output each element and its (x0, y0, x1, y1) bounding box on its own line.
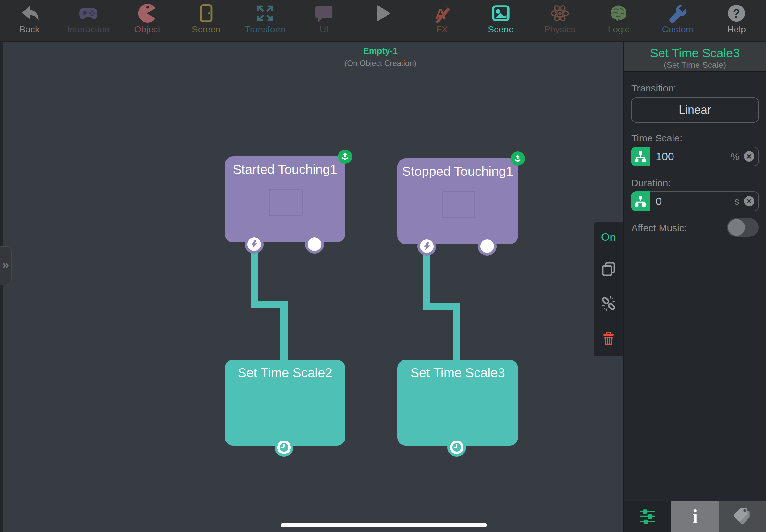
wire-segment (250, 244, 258, 308)
toolbar-label: Custom (662, 25, 693, 34)
node-set-time-scale2[interactable]: Set Time Scale2 (225, 360, 345, 446)
wire-segment (423, 246, 431, 310)
node-started-touching1[interactable]: Started Touching1 (225, 156, 345, 242)
left-edge-strip (0, 42, 3, 532)
transition-label: Transition: (631, 83, 676, 94)
toolbar-label: UI (319, 25, 328, 34)
event-caption: Empty-1 (On Object Creation) (283, 46, 478, 68)
toolbar-item-logic[interactable]: Logic (589, 0, 648, 41)
toolbar-label: Object (134, 25, 160, 34)
toolbar-label: Back (19, 25, 40, 34)
pacman-icon (137, 3, 157, 24)
toolbar-item-help[interactable]: ? Help (707, 0, 766, 41)
expand-arrows-icon (255, 3, 275, 24)
speech-bubble-icon (314, 3, 334, 24)
toolbar-label: Scene (488, 25, 514, 34)
tab-parameters[interactable] (624, 501, 671, 532)
selection-toolbar: On (594, 222, 623, 356)
node-ghost-slot (442, 191, 475, 218)
node-title: Started Touching1 (225, 162, 345, 177)
toolbar-item-scene[interactable]: Scene (471, 0, 530, 41)
toolbar-label: Help (727, 25, 746, 34)
unlink-icon[interactable] (600, 295, 618, 313)
time-scale-label: Time Scale: (631, 133, 682, 144)
value-tree-icon[interactable] (631, 191, 650, 211)
clear-value-button[interactable]: × (744, 151, 754, 162)
double-chevron-icon: » (2, 257, 9, 272)
tags-icon (733, 507, 752, 526)
node-title: Set Time Scale3 (397, 366, 518, 380)
picture-icon (491, 3, 511, 24)
value-tree-icon[interactable] (631, 147, 650, 166)
toolbar-item-custom[interactable]: Custom (648, 0, 707, 41)
svg-text:?: ? (733, 7, 740, 20)
affect-music-label: Affect Music: (631, 223, 687, 234)
trigger-output-port[interactable] (245, 235, 263, 254)
duration-value[interactable]: 0 (656, 192, 662, 211)
inspector-title: Set Time Scale3 (624, 47, 766, 60)
question-mark-icon: ? (726, 3, 747, 24)
timing-port[interactable] (447, 438, 466, 457)
back-arrow-icon (19, 3, 40, 24)
toolbar-item-fx[interactable]: A FX (413, 0, 472, 41)
toggle-knob (728, 219, 745, 236)
toolbar-item-back[interactable]: Back (0, 0, 59, 41)
toolbar-item-transform[interactable]: Transform (236, 0, 295, 41)
toolbar-label: FX (436, 25, 448, 34)
fx-brush-icon: A (432, 3, 452, 24)
wire-segment (280, 301, 287, 360)
duration-field[interactable]: 0 s × (631, 191, 759, 211)
node-title: Set Time Scale2 (225, 366, 345, 380)
time-scale-value[interactable]: 100 (656, 147, 674, 166)
duration-unit: s (735, 192, 739, 211)
drawer-handle[interactable]: » (0, 246, 12, 285)
timing-port[interactable] (274, 438, 293, 457)
inspector-header: Set Time Scale3 (Set Time Scale) (624, 42, 766, 72)
node-title: Stopped Touching1 (397, 164, 518, 179)
event-title: Empty-1 (283, 46, 478, 56)
trash-icon[interactable] (600, 329, 618, 347)
atom-icon (550, 3, 570, 24)
transition-select[interactable]: Linear (631, 97, 759, 123)
toolbar-label: Interaction (67, 25, 110, 34)
secondary-output-port[interactable] (305, 235, 324, 254)
home-indicator[interactable] (281, 523, 487, 527)
brain-icon (609, 3, 629, 24)
top-toolbar: Back Interaction Object Screen Transform… (0, 0, 766, 42)
time-scale-unit: % (731, 147, 739, 166)
play-icon (373, 3, 393, 24)
tablet-icon (196, 3, 216, 24)
trigger-output-port[interactable] (418, 237, 436, 256)
toolbar-item-physics[interactable]: Physics (530, 0, 590, 41)
toolbar-label: Physics (544, 25, 575, 34)
share-badge[interactable] (338, 150, 352, 164)
secondary-output-port[interactable] (478, 237, 497, 256)
toolbar-item-interaction[interactable]: Interaction (59, 0, 118, 41)
wrench-icon (668, 3, 688, 24)
info-icon: i (692, 507, 698, 526)
toolbar-label: Logic (608, 25, 630, 34)
toggle-on-button[interactable]: On (601, 231, 616, 243)
copy-icon[interactable] (600, 260, 618, 278)
node-ghost-slot (269, 189, 302, 216)
affect-music-toggle[interactable] (727, 218, 759, 237)
gamepad-icon (78, 3, 98, 24)
event-subtitle: (On Object Creation) (283, 59, 478, 68)
inspector-panel: Set Time Scale3 (Set Time Scale) Transit… (623, 42, 766, 532)
time-scale-field[interactable]: 100 % × (631, 147, 759, 166)
node-stopped-touching1[interactable]: Stopped Touching1 (397, 158, 518, 244)
duration-label: Duration: (631, 177, 671, 188)
toolbar-item-ui[interactable]: UI (295, 0, 354, 41)
toolbar-item-object[interactable]: Object (118, 0, 177, 41)
share-badge[interactable] (511, 151, 525, 166)
toolbar-item-play[interactable] (353, 0, 413, 41)
toolbar-label: Transform (245, 25, 286, 34)
inspector-subtitle: (Set Time Scale) (624, 60, 766, 69)
wire-segment (453, 303, 460, 360)
node-set-time-scale3[interactable]: Set Time Scale3 (397, 360, 518, 446)
behavior-canvas[interactable]: Empty-1 (On Object Creation) Started Tou… (0, 42, 623, 532)
clear-value-button[interactable]: × (744, 196, 754, 206)
tab-tags[interactable] (719, 501, 766, 532)
tab-info[interactable]: i (671, 501, 719, 532)
toolbar-item-screen[interactable]: Screen (177, 0, 236, 41)
